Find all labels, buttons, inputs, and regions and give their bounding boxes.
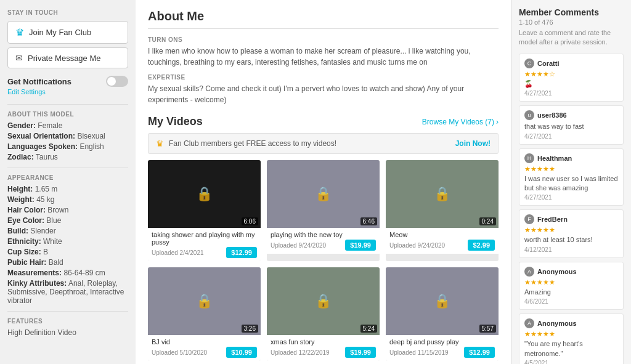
video-thumbnail[interactable]: 🔒 5:24 — [267, 267, 380, 335]
video-uploaded: Uploaded 9/24/2020 — [389, 242, 445, 249]
video-card[interactable]: 🔒 6:46 playing with the new toy Uploaded… — [267, 160, 380, 261]
video-meta: Uploaded 9/24/2020 $19.99 — [271, 240, 376, 251]
video-thumbnail[interactable]: 🔒 5:57 — [386, 267, 499, 335]
star-rating: ★★★★★ — [524, 165, 618, 173]
video-title: BJ vid — [152, 338, 257, 346]
video-duration: 5:57 — [479, 325, 496, 333]
price-button[interactable]: $12.99 — [464, 347, 495, 358]
comment-user: A Anonymous — [524, 318, 618, 328]
notifications-toggle[interactable] — [106, 76, 128, 87]
lock-icon: 🔒 — [434, 186, 450, 202]
video-title: playing with the new toy — [271, 231, 376, 238]
avatar: A — [524, 318, 534, 328]
video-thumbnail[interactable]: 🔒 3:26 — [148, 267, 261, 335]
price-button[interactable]: $19.99 — [345, 240, 376, 251]
video-title: taking shower and playing with my pussy — [152, 231, 257, 246]
video-card[interactable]: 🔒 5:57 deep bj and pussy play Uploaded 1… — [386, 267, 499, 361]
comment-item: H Healthman ★★★★★ I was new user so I wa… — [519, 148, 624, 206]
lock-icon: 🔒 — [196, 293, 213, 309]
comment-user: F FredBern — [524, 214, 618, 224]
price-button[interactable]: $10.99 — [226, 347, 257, 358]
video-card[interactable]: 🔒 6:06 taking shower and playing with my… — [148, 160, 261, 261]
cup-size-row: Cup Size: B — [7, 248, 128, 256]
features-row: High Definition Video — [7, 328, 128, 337]
comment-text: I was new user so I was limited but she … — [524, 174, 618, 193]
member-comments-title: Member Comments — [519, 7, 624, 17]
chevron-right-icon: › — [496, 118, 499, 126]
fan-club-button-label: Join My Fan Club — [29, 28, 91, 37]
zodiac-row: Zodiac: Taurus — [7, 153, 128, 161]
avatar: C — [524, 59, 534, 68]
browse-videos-link[interactable]: Browse My Videos (7) › — [422, 118, 499, 126]
video-title: deep bj and pussy play — [389, 338, 495, 346]
price-button[interactable]: $2.99 — [468, 240, 495, 251]
video-info: Meow Uploaded 9/24/2020 $2.99 — [386, 228, 499, 254]
video-card[interactable]: 🔒 0:24 Meow Uploaded 9/24/2020 $2.99 — [386, 160, 499, 261]
comment-item: A Anonymous ★★★★★ "You are my heart's me… — [519, 313, 624, 364]
height-row: Height: 1.65 m — [7, 185, 128, 193]
comments-info: Leave a comment and rate the model after… — [519, 28, 624, 47]
comment-text: worth at least 10 stars! — [524, 235, 618, 245]
video-meta: Uploaded 2/4/2021 $12.99 — [152, 247, 257, 258]
kinky-attributes-row: Kinky Attributes: Anal, Roleplay, Submis… — [7, 279, 128, 305]
comment-item: C Coratti ★★★★☆ 🍒 4/27/2021 — [519, 54, 624, 102]
video-thumbnail[interactable]: 🔒 6:46 — [267, 160, 380, 228]
comment-username: Anonymous — [537, 268, 577, 275]
lock-icon: 🔒 — [315, 186, 332, 202]
comment-text: that was way to fast — [524, 122, 618, 131]
videos-grid: 🔒 6:06 taking shower and playing with my… — [148, 160, 499, 361]
video-duration: 0:24 — [479, 217, 496, 225]
video-duration: 3:26 — [242, 325, 258, 333]
weight-row: Weight: 45 kg — [7, 195, 128, 204]
ethnicity-row: Ethnicity: White — [7, 237, 128, 246]
comment-username: Coratti — [537, 60, 559, 67]
right-sidebar: Member Comments 1-10 of 476 Leave a comm… — [511, 0, 631, 364]
crown-icon: ♛ — [15, 26, 24, 38]
comment-user: A Anonymous — [524, 267, 618, 277]
expertise-label: EXPERTISE — [148, 74, 499, 81]
turn-ons-text: I like men who know how to please a woma… — [148, 46, 499, 68]
private-message-button[interactable]: ✉ Private Message Me — [7, 47, 128, 68]
about-me-title: About Me — [148, 9, 499, 29]
comment-date: 4/27/2021 — [524, 133, 618, 140]
comment-item: F FredBern ★★★★★ worth at least 10 stars… — [519, 209, 624, 257]
comment-user: C Coratti — [524, 59, 618, 68]
build-row: Build: Slender — [7, 227, 128, 235]
video-duration: 6:46 — [360, 217, 377, 225]
comment-text: Amazing — [524, 288, 618, 297]
comment-item: u user8386 that was way to fast 4/27/202… — [519, 105, 624, 144]
video-info: taking shower and playing with my pussy … — [148, 228, 261, 261]
video-meta: Uploaded 11/15/2019 $12.99 — [389, 347, 495, 358]
envelope-icon: ✉ — [15, 53, 23, 63]
join-fan-club-button[interactable]: ♛ Join My Fan Club — [7, 21, 128, 44]
video-uploaded: Uploaded 12/22/2019 — [271, 349, 330, 356]
video-uploaded: Uploaded 5/10/2020 — [152, 349, 207, 356]
crown-icon: ♛ — [156, 139, 164, 148]
video-uploaded: Uploaded 9/24/2020 — [271, 242, 326, 249]
video-thumbnail[interactable]: 🔒 0:24 — [386, 160, 499, 228]
my-videos-title: My Videos — [148, 115, 203, 128]
about-model-section-label: ABOUT THIS MODEL — [7, 111, 128, 118]
comment-text: "You are my heart's metronome." — [524, 339, 618, 358]
join-now-link[interactable]: Join Now! — [455, 139, 491, 148]
edit-settings-link[interactable]: Edit Settings — [7, 88, 128, 95]
video-card[interactable]: 🔒 5:24 xmas fun story Uploaded 12/22/201… — [267, 267, 380, 361]
main-content: About Me TURN ONS I like men who know ho… — [136, 0, 511, 364]
notifications-label: Get Notifications — [7, 77, 71, 86]
video-info: BJ vid Uploaded 5/10/2020 $10.99 — [148, 335, 261, 361]
my-videos-header: My Videos Browse My Videos (7) › — [148, 115, 499, 128]
video-meta: Uploaded 9/24/2020 $2.99 — [389, 240, 495, 251]
message-button-label: Private Message Me — [28, 54, 101, 63]
video-card[interactable]: 🔒 3:26 BJ vid Uploaded 5/10/2020 $10.99 — [148, 267, 261, 361]
video-uploaded: Uploaded 2/4/2021 — [152, 249, 204, 256]
video-thumbnail[interactable]: 🔒 6:06 — [148, 160, 261, 228]
left-sidebar: STAY IN TOUCH ♛ Join My Fan Club ✉ Priva… — [0, 0, 136, 364]
comments-list: C Coratti ★★★★☆ 🍒 4/27/2021 u user8386 t… — [519, 54, 624, 364]
video-title: xmas fun story — [271, 338, 376, 346]
price-button[interactable]: $12.99 — [226, 247, 257, 258]
comment-date: 4/6/2021 — [524, 298, 618, 305]
comment-username: FredBern — [537, 216, 568, 223]
comments-count: 1-10 of 476 — [519, 18, 624, 26]
star-rating: ★★★★★ — [524, 330, 618, 338]
price-button[interactable]: $19.99 — [345, 347, 376, 358]
